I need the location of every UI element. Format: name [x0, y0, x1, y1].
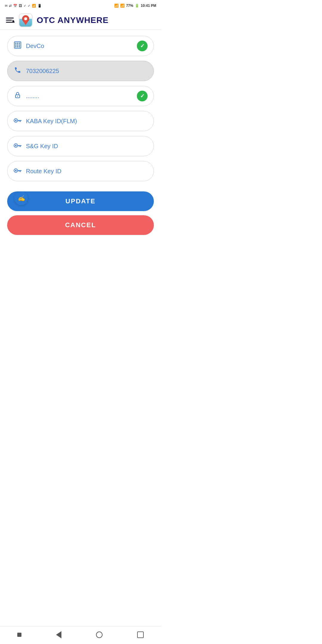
app-logo [19, 13, 32, 27]
svg-point-21 [15, 120, 17, 121]
app-title: OTC ANYWHERE [37, 16, 109, 25]
svg-rect-28 [20, 146, 21, 147]
signal-bars-icon: 📶 [120, 4, 125, 8]
svg-rect-27 [17, 145, 21, 146]
svg-rect-11 [19, 43, 20, 44]
password-verified-badge: ✓ [137, 91, 148, 101]
svg-rect-23 [20, 121, 21, 122]
phone-input-row[interactable]: 7032006225 [7, 61, 154, 81]
phone-field-icon [13, 66, 22, 75]
svg-rect-34 [19, 171, 20, 172]
sg-placeholder: S&G Key ID [26, 143, 148, 150]
check2-icon: ✓ [28, 4, 30, 8]
battery-level: 77% [126, 4, 133, 8]
svg-rect-10 [17, 43, 18, 44]
kaba-input-row[interactable]: KABA Key ID(FLM) [7, 111, 154, 131]
menu-line-1 [6, 18, 14, 18]
svg-rect-17 [19, 46, 20, 47]
menu-arrow-icon [13, 20, 15, 23]
kaba-placeholder: KABA Key ID(FLM) [26, 118, 148, 125]
svg-rect-6 [24, 19, 26, 20]
company-value: DevCo [26, 43, 133, 49]
password-value: ........ [26, 93, 133, 100]
company-input-row[interactable]: DevCo ✓ [7, 36, 154, 56]
key-sg-icon [13, 142, 22, 150]
svg-rect-33 [20, 171, 21, 172]
status-left-icons: ✉ ⇄ 📅 🖼 ✓ ✓ 📶 📱 [5, 4, 42, 8]
image-icon: 🖼 [19, 4, 22, 7]
svg-rect-14 [19, 44, 20, 46]
svg-rect-29 [19, 146, 20, 147]
check-icon: ✓ [24, 4, 26, 8]
cancel-button[interactable]: CANCEL [7, 215, 154, 235]
floating-user-badge: ✍ [14, 191, 28, 205]
wifi-icon: 📶 [114, 4, 119, 8]
sg-input-row[interactable]: S&G Key ID [7, 136, 154, 156]
password-input-row[interactable]: ........ ✓ [7, 86, 154, 106]
menu-button[interactable] [6, 18, 15, 23]
svg-rect-9 [15, 43, 16, 44]
svg-rect-13 [17, 44, 18, 46]
svg-rect-4 [24, 18, 26, 19]
svg-rect-16 [17, 46, 18, 47]
phone-value: 7032006225 [26, 68, 148, 75]
key-kaba-icon [13, 117, 22, 125]
transfer-icon: ⇄ [9, 4, 12, 8]
app-header: OTC ANYWHERE [0, 11, 161, 30]
update-button[interactable]: UPDATE [7, 191, 154, 211]
svg-point-26 [15, 145, 17, 146]
svg-rect-15 [15, 46, 16, 47]
mail-icon: ✉ [5, 4, 7, 8]
button-area: ✍ UPDATE CANCEL [7, 189, 154, 235]
key-route-icon [13, 167, 22, 175]
status-bar: ✉ ⇄ 📅 🖼 ✓ ✓ 📶 📱 📶 📶 77% 🔋 10:41 PM [0, 0, 161, 11]
svg-point-31 [15, 170, 17, 171]
svg-rect-12 [15, 44, 16, 46]
svg-rect-5 [26, 18, 27, 19]
route-input-row[interactable]: Route Key ID [7, 161, 154, 181]
phone-icon: 📱 [38, 4, 42, 8]
battery-icon: 🔋 [135, 4, 139, 8]
status-right: 📶 📶 77% 🔋 10:41 PM [114, 4, 156, 8]
route-placeholder: Route Key ID [26, 168, 148, 175]
svg-marker-3 [23, 21, 28, 25]
lock-icon [13, 92, 22, 100]
logo-pin-icon [21, 15, 30, 27]
signal-icon: 📶 [32, 4, 36, 8]
time-display: 10:41 PM [141, 4, 156, 8]
svg-rect-24 [19, 121, 20, 122]
main-form: DevCo ✓ 7032006225 ........ ✓ [0, 30, 161, 241]
svg-rect-32 [17, 170, 21, 171]
svg-rect-22 [17, 120, 21, 121]
calendar-icon: 📅 [13, 4, 17, 8]
svg-rect-7 [26, 19, 27, 20]
company-verified-badge: ✓ [137, 41, 148, 51]
menu-line-2 [6, 20, 12, 21]
company-icon [13, 41, 22, 51]
svg-point-19 [17, 96, 18, 97]
